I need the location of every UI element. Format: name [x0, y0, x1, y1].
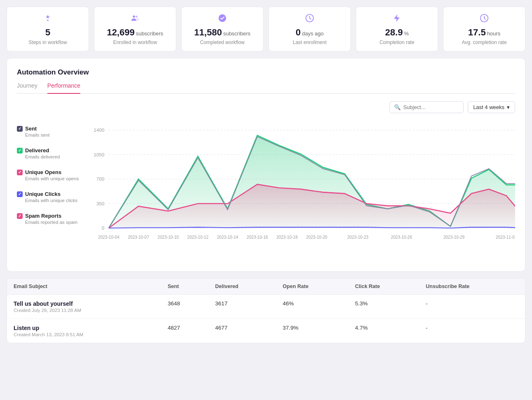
row-1-subject: Listen upCreated March 13, 2023 8:51 AM: [7, 319, 161, 343]
row-0-subject: Tell us about yourselfCreated July 26, 2…: [7, 295, 161, 319]
row-0-col-0: 3648: [161, 295, 208, 319]
table-header-unsubscribe-rate: Unsubscribe Rate: [419, 279, 525, 295]
filter-row: 🔍 Last 4 weeks ▾: [17, 101, 515, 113]
table-header-email-subject: Email Subject: [7, 279, 161, 295]
stat-label-completion_rate: Completion rate: [380, 40, 415, 45]
svg-point-2: [135, 16, 138, 18]
chart-section: ✓SentEmails sent✓DeliveredEmails deliver…: [17, 121, 515, 261]
search-icon: 🔍: [394, 104, 401, 110]
svg-text:2023-10-26: 2023-10-26: [391, 235, 412, 240]
stat-value-completion_rate: 28.9%: [385, 27, 408, 38]
table-row: Tell us about yourselfCreated July 26, 2…: [7, 295, 525, 319]
stat-label-avg_completion: Avg. completion rate: [462, 40, 506, 45]
stat-card-last_enrollment: 0days agoLast enrollment: [268, 7, 351, 51]
svg-text:2023-10-16: 2023-10-16: [247, 235, 268, 240]
search-box[interactable]: 🔍: [390, 101, 464, 113]
table-header-delivered: Delivered: [209, 279, 276, 295]
svg-text:2023-10-18: 2023-10-18: [276, 235, 298, 240]
stat-icon-last_enrollment: [305, 14, 314, 25]
legend-header-delivered: ✓Delivered: [17, 147, 80, 153]
table-panel: Email SubjectSentDeliveredOpen RateClick…: [7, 278, 525, 343]
search-input[interactable]: [403, 104, 459, 110]
row-0-col-1: 3617: [209, 295, 276, 319]
row-0-col-3: 5.3%: [348, 295, 419, 319]
stats-row: 5Steps in workflow12,699subscribersEnrol…: [7, 7, 525, 51]
stat-icon-avg_completion: [480, 14, 489, 25]
svg-text:2023-10-04: 2023-10-04: [98, 235, 119, 240]
table-body: Tell us about yourselfCreated July 26, 2…: [7, 295, 525, 343]
table-header-open-rate: Open Rate: [276, 279, 349, 295]
svg-text:700: 700: [96, 177, 105, 182]
row-0-col-2: 46%: [276, 295, 349, 319]
row-1-col-0: 4827: [161, 319, 208, 343]
stat-card-avg_completion: 17.5hoursAvg. completion rate: [443, 7, 525, 51]
row-1-col-1: 4677: [209, 319, 276, 343]
legend-desc-sent: Emails sent: [25, 133, 80, 137]
panel-title: Automation Overview: [17, 68, 515, 77]
table-row: Listen upCreated March 13, 2023 8:51 AM4…: [7, 319, 525, 343]
table-header-click-rate: Click Rate: [348, 279, 419, 295]
legend-item-sent: ✓SentEmails sent: [17, 126, 80, 137]
period-dropdown[interactable]: Last 4 weeks ▾: [468, 101, 515, 113]
stat-label-enrolled: Enrolled in workflow: [113, 40, 157, 45]
legend-header-unique_clicks: ✓Unique Clicks: [17, 191, 80, 197]
svg-text:2023-10-23: 2023-10-23: [347, 235, 369, 240]
svg-text:2023-10-20: 2023-10-20: [306, 235, 327, 240]
svg-text:1400: 1400: [93, 128, 104, 133]
row-0-col-4: -: [419, 295, 525, 319]
legend-checkbox-unique_opens[interactable]: ✓: [17, 170, 23, 175]
legend-header-sent: ✓Sent: [17, 126, 80, 132]
legend-desc-delivered: Emails delivered: [25, 154, 80, 159]
svg-text:2023-10-14: 2023-10-14: [217, 235, 238, 240]
legend-label-sent: Sent: [25, 126, 37, 132]
stat-card-completed: 11,580subscribersCompleted workflow: [181, 7, 264, 51]
tab-row: Journey Performance: [17, 82, 515, 94]
legend-desc-unique_clicks: Emails with unique clicks: [25, 198, 80, 203]
legend-label-delivered: Delivered: [25, 147, 49, 153]
legend-checkbox-delivered[interactable]: ✓: [17, 148, 23, 153]
svg-text:350: 350: [96, 201, 105, 206]
tab-performance[interactable]: Performance: [47, 82, 80, 94]
legend-label-spam_reports: Spam Reports: [25, 213, 61, 219]
stat-value-last_enrollment: 0days ago: [296, 27, 324, 38]
svg-text:1050: 1050: [93, 152, 104, 157]
legend-header-unique_opens: ✓Unique Opens: [17, 169, 80, 175]
legend-header-spam_reports: ✓Spam Reports: [17, 213, 80, 219]
svg-point-0: [47, 20, 49, 21]
stat-label-last_enrollment: Last enrollment: [293, 40, 327, 45]
stat-card-enrolled: 12,699subscribersEnrolled in workflow: [94, 7, 176, 51]
legend-item-delivered: ✓DeliveredEmails delivered: [17, 147, 80, 159]
chart-svg: 1400 1050 700 350 0: [87, 121, 515, 261]
svg-text:2023-10-29: 2023-10-29: [443, 235, 465, 240]
legend-item-unique_clicks: ✓Unique ClicksEmails with unique clicks: [17, 191, 80, 203]
svg-text:2023-10-07: 2023-10-07: [128, 235, 149, 240]
automation-overview-panel: Automation Overview Journey Performance …: [7, 58, 525, 272]
tab-journey[interactable]: Journey: [17, 82, 37, 94]
stat-label-completed: Completed workflow: [200, 40, 245, 45]
legend-checkbox-sent[interactable]: ✓: [17, 126, 23, 132]
stat-label-steps: Steps in workflow: [28, 40, 67, 45]
stat-value-avg_completion: 17.5hours: [468, 27, 500, 38]
legend-desc-spam_reports: Emails reported as spam: [25, 220, 80, 225]
stat-icon-completion_rate: [392, 14, 401, 25]
stat-value-enrolled: 12,699subscribers: [107, 27, 163, 38]
stat-icon-steps: [43, 14, 52, 25]
chevron-down-icon: ▾: [507, 104, 510, 110]
row-1-col-3: 4.7%: [348, 319, 419, 343]
table-header-sent: Sent: [161, 279, 208, 295]
svg-text:2023-10-10: 2023-10-10: [158, 235, 179, 240]
legend-label-unique_clicks: Unique Clicks: [25, 191, 61, 197]
stat-icon-completed: [218, 14, 227, 25]
stat-value-steps: 5: [45, 27, 50, 38]
stat-icon-enrolled: [131, 14, 140, 25]
legend-item-unique_opens: ✓Unique OpensEmails with unique opens: [17, 169, 80, 181]
stat-card-steps: 5Steps in workflow: [7, 7, 89, 51]
legend-column: ✓SentEmails sent✓DeliveredEmails deliver…: [17, 121, 87, 261]
stat-value-completed: 11,580subscribers: [194, 27, 251, 38]
legend-desc-unique_opens: Emails with unique opens: [25, 176, 80, 181]
legend-checkbox-spam_reports[interactable]: ✓: [17, 213, 23, 219]
svg-text:2023-11-01: 2023-11-01: [496, 235, 515, 240]
svg-point-1: [133, 16, 135, 18]
legend-label-unique_opens: Unique Opens: [25, 169, 61, 175]
legend-checkbox-unique_clicks[interactable]: ✓: [17, 191, 23, 197]
